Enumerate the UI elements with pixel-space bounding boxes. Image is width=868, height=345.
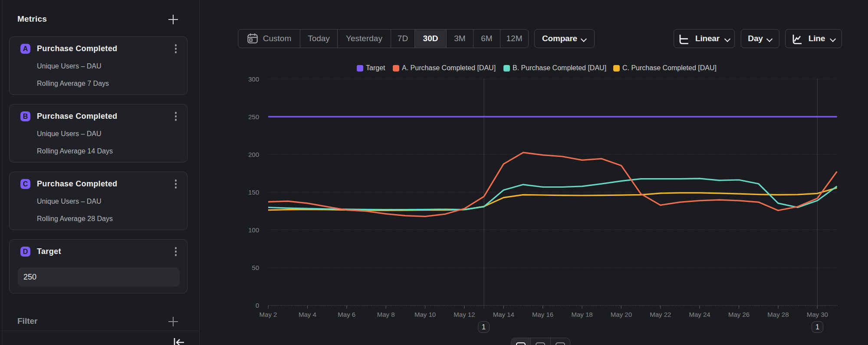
svg-text:May 4: May 4	[299, 311, 316, 318]
svg-text:May 28: May 28	[767, 311, 789, 318]
svg-text:May 30: May 30	[807, 311, 828, 318]
svg-text:May 2: May 2	[260, 311, 277, 318]
svg-text:50: 50	[252, 264, 259, 271]
svg-text:May 18: May 18	[571, 311, 592, 318]
svg-text:May 16: May 16	[532, 311, 553, 318]
svg-text:150: 150	[248, 189, 259, 196]
svg-text:May 14: May 14	[493, 311, 514, 318]
svg-text:May 20: May 20	[611, 311, 632, 318]
svg-text:May 26: May 26	[728, 311, 750, 318]
svg-text:250: 250	[248, 113, 259, 120]
svg-text:300: 300	[248, 75, 259, 83]
svg-text:May 24: May 24	[689, 311, 710, 318]
svg-text:200: 200	[248, 151, 259, 158]
svg-text:May 22: May 22	[650, 311, 671, 318]
svg-text:May 12: May 12	[454, 311, 475, 318]
svg-text:May 6: May 6	[338, 311, 355, 318]
svg-text:May 10: May 10	[414, 311, 436, 318]
svg-text:0: 0	[256, 302, 259, 309]
svg-text:100: 100	[248, 226, 259, 234]
svg-text:May 8: May 8	[377, 311, 395, 318]
